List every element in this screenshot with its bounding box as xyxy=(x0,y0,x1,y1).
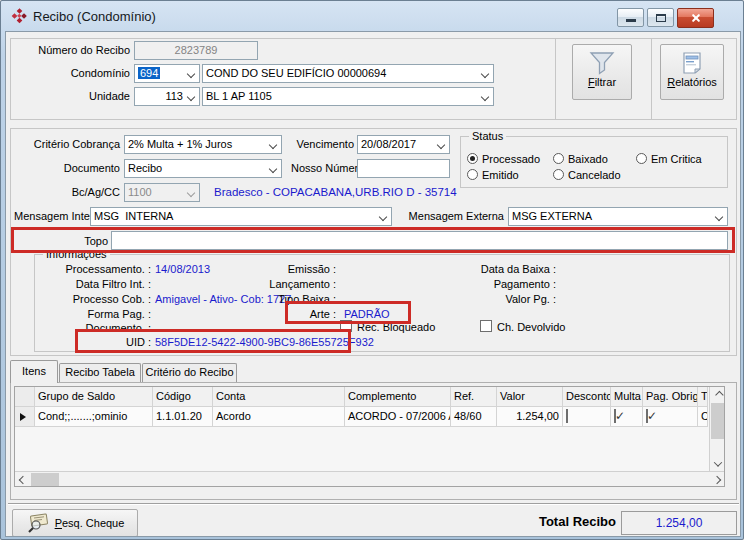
maximize-button[interactable] xyxy=(647,8,674,27)
col-t[interactable]: T xyxy=(698,387,708,407)
row-arrow-icon xyxy=(20,413,26,421)
cell-conta[interactable]: Acordo xyxy=(213,407,345,427)
documento-combo[interactable]: Recibo xyxy=(124,159,282,178)
chevron-down-icon[interactable] xyxy=(715,213,723,221)
title-bar: Recibo (Condomínio) xyxy=(1,1,743,31)
arte-label: Arte : xyxy=(215,308,336,321)
unidade-code-combo[interactable]: 113 xyxy=(134,87,200,106)
mensagem-interna-label: Mensagem Interna xyxy=(14,210,86,223)
documento-info-label: Documento. : xyxy=(39,322,151,335)
filtrar-button[interactable]: Filtrar xyxy=(572,44,632,100)
chevron-down-icon[interactable] xyxy=(379,213,387,221)
cell-ref[interactable]: 48/60 xyxy=(451,407,497,427)
col-desconto[interactable]: Desconto xyxy=(563,387,611,407)
hscroll-left-button[interactable] xyxy=(15,472,30,487)
tab-recibo-tabela[interactable]: Recibo Tabela xyxy=(59,363,141,383)
chevron-down-icon[interactable] xyxy=(187,93,195,101)
lancamento-label: Lançamento : xyxy=(215,278,336,291)
col-conta[interactable]: Conta xyxy=(213,387,345,407)
criterio-label: Critério Cobrança xyxy=(16,138,120,151)
total-recibo-label: Total Recibo xyxy=(486,515,616,528)
chevron-down-icon[interactable] xyxy=(437,141,445,149)
grid-header-row: Grupo de Saldo Código Conta Complemento … xyxy=(15,387,708,407)
rec-bloqueado-checkbox[interactable] xyxy=(340,320,352,332)
minimize-button[interactable] xyxy=(617,8,644,27)
rec-bloqueado-label: Rec. Bloqueado xyxy=(357,321,435,334)
filter-funnel-icon xyxy=(573,51,631,75)
maximize-icon xyxy=(656,14,666,22)
cell-valor[interactable]: 1.254,00 xyxy=(497,407,563,427)
radio-em-critica[interactable] xyxy=(636,153,647,164)
total-recibo-value: 1.254,00 xyxy=(621,511,737,535)
bc-ag-cc-label: Bc/Ag/CC xyxy=(16,186,120,199)
hscroll-right-button[interactable] xyxy=(709,472,724,487)
col-codigo[interactable]: Código xyxy=(153,387,213,407)
criterio-combo[interactable]: 2% Multa + 1% Juros xyxy=(124,135,282,154)
ch-devolvido-label: Ch. Devolvido xyxy=(497,321,565,334)
pesq-cheque-button[interactable]: Pesq. Cheque xyxy=(12,509,138,537)
client-area: Número do Recibo 2823789 Condomínio 694 … xyxy=(5,31,741,537)
condominio-label: Condomínio xyxy=(16,67,130,80)
cell-complemento[interactable]: ACORDO - 07/2006 A xyxy=(345,407,451,427)
cheque-search-icon xyxy=(26,513,50,533)
multa-checkbox[interactable] xyxy=(614,409,616,423)
radio-emitido-label: Emitido xyxy=(482,169,519,182)
vscroll-up-button[interactable] xyxy=(710,387,725,402)
chevron-down-icon[interactable] xyxy=(481,70,489,78)
col-ref[interactable]: Ref. xyxy=(451,387,497,407)
radio-em-critica-label: Em Critica xyxy=(651,153,702,166)
chevron-down-icon[interactable] xyxy=(481,93,489,101)
desconto-checkbox[interactable] xyxy=(566,409,568,423)
unidade-name-combo[interactable]: BL 1 AP 1105 xyxy=(202,87,494,106)
vscroll-thumb[interactable] xyxy=(711,403,724,439)
documento-label: Documento xyxy=(16,162,120,175)
chevron-down-icon[interactable] xyxy=(269,141,277,149)
tipo-baixa-label: Tipo Baixa : xyxy=(215,293,336,306)
tab-itens[interactable]: Itens xyxy=(10,360,58,383)
grid-vscrollbar[interactable] xyxy=(709,387,724,471)
radio-cancelado[interactable] xyxy=(553,169,564,180)
col-pag-obrig[interactable]: Pag. Obrig. xyxy=(643,387,698,407)
grid-hscrollbar[interactable] xyxy=(15,471,724,486)
radio-processado[interactable] xyxy=(467,153,478,164)
condominio-name-combo[interactable]: COND DO SEU EDIFÍCIO 00000694 xyxy=(202,64,494,83)
ch-devolvido-checkbox[interactable] xyxy=(480,320,492,332)
emissao-label: Emissão : xyxy=(215,263,336,276)
grid-data-row[interactable]: Cond;;.......;ominio 1.1.01.20 Acordo AC… xyxy=(15,407,708,427)
uid-label: UID : xyxy=(39,336,151,349)
cell-codigo[interactable]: 1.1.01.20 xyxy=(153,407,213,427)
col-valor[interactable]: Valor xyxy=(497,387,563,407)
header-divider-2 xyxy=(651,39,652,119)
radio-processado-label: Processado xyxy=(482,153,540,166)
nosso-numero-field[interactable] xyxy=(357,159,450,178)
cell-grupo-de-saldo[interactable]: Cond;;.......;ominio xyxy=(35,407,153,427)
relatorios-button[interactable]: Relatórios xyxy=(660,44,724,100)
informacoes-groupbox: Informações Processamento. : 14/08/2013 … xyxy=(34,254,730,352)
tab-criterio-do-recibo[interactable]: Critério do Recibo xyxy=(142,363,237,383)
chevron-down-icon[interactable] xyxy=(269,165,277,173)
col-multa[interactable]: Multa xyxy=(611,387,643,407)
close-button[interactable] xyxy=(677,8,714,28)
vencimento-combo[interactable]: 20/08/2017 xyxy=(357,135,450,154)
vscroll-down-button[interactable] xyxy=(710,456,725,471)
col-complemento[interactable]: Complemento xyxy=(345,387,451,407)
col-grupo-de-saldo[interactable]: Grupo de Saldo xyxy=(35,387,153,407)
bc-ag-cc-combo: 1100 xyxy=(124,183,200,202)
app-icon xyxy=(11,8,27,24)
chevron-down-icon xyxy=(187,189,195,197)
radio-emitido[interactable] xyxy=(467,169,478,180)
data-da-baixa-label: Data da Baixa : xyxy=(435,263,556,276)
chevron-left-icon xyxy=(18,475,26,483)
mensagem-interna-combo[interactable]: MSG INTERNA xyxy=(90,207,392,226)
recibo-window: Recibo (Condomínio) Número do Recibo 282… xyxy=(0,0,744,540)
forma-pag-label: Forma Pag. : xyxy=(39,308,151,321)
condominio-code-combo[interactable]: 694 xyxy=(134,64,200,83)
cell-t[interactable]: C xyxy=(698,407,708,427)
grid-header-indicator xyxy=(15,387,35,407)
chevron-down-icon[interactable] xyxy=(187,70,195,78)
radio-baixado[interactable] xyxy=(553,153,564,164)
hscroll-thumb[interactable] xyxy=(31,473,59,486)
mensagem-externa-combo[interactable]: MSG EXTERNA xyxy=(508,207,728,226)
pag-obrig-checkbox[interactable] xyxy=(646,409,648,423)
topo-field[interactable] xyxy=(111,231,728,250)
